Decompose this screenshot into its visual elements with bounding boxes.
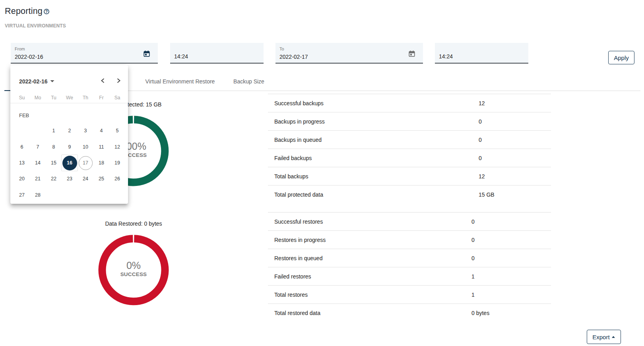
svg-text:?: ? (45, 10, 48, 14)
